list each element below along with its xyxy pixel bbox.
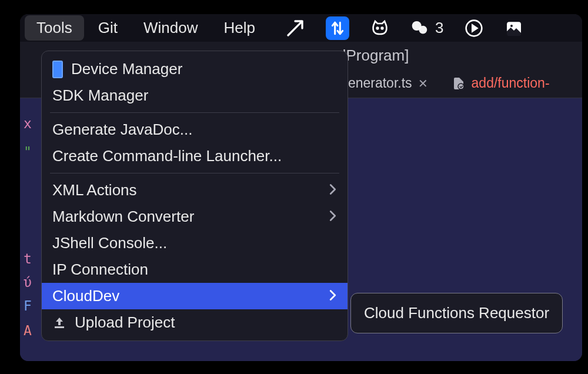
tab-label: Generator.ts	[338, 75, 412, 91]
menu-tools[interactable]: Tools	[25, 15, 84, 41]
svg-point-6	[510, 25, 513, 27]
menu-help[interactable]: Help	[212, 15, 266, 41]
editor-tab[interactable]: add/function-	[452, 75, 550, 91]
chevron-right-icon	[329, 181, 337, 199]
chevron-right-icon	[329, 208, 337, 226]
menu-item-label: Create Command-line Launcher...	[52, 147, 282, 165]
menu-git[interactable]: Git	[86, 15, 129, 41]
menu-jshell-console[interactable]: JShell Console...	[42, 230, 348, 256]
cat-icon[interactable]	[370, 19, 389, 38]
breadcrumb-text: dProgram]	[338, 46, 409, 65]
menu-item-label: JShell Console...	[52, 234, 167, 252]
menu-clouddev[interactable]: CloudDev	[42, 283, 348, 309]
svg-point-3	[419, 25, 427, 34]
menu-xml-actions[interactable]: XML Actions	[42, 177, 348, 203]
menu-generate-javadoc[interactable]: Generate JavaDoc...	[42, 116, 348, 143]
menu-markdown-converter[interactable]: Markdown Converter	[42, 203, 348, 230]
menu-item-label: Markdown Converter	[52, 208, 194, 226]
play-icon[interactable]	[465, 19, 483, 38]
menubar: Tools Git Window Help 3	[20, 14, 582, 42]
menubar-status-icons: 3	[286, 16, 523, 40]
close-icon[interactable]: ✕	[418, 76, 428, 91]
code-char: t	[24, 251, 32, 266]
clouddev-submenu: Cloud Functions Requestor	[350, 293, 563, 333]
menu-item-label: Upload Project	[75, 313, 175, 332]
menu-device-manager[interactable]: Device Manager	[42, 56, 348, 82]
menu-item-label: IP Connection	[52, 261, 148, 279]
code-char: x	[24, 116, 32, 131]
code-char: A	[24, 323, 32, 338]
menu-create-launcher[interactable]: Create Command-line Launcher...	[42, 143, 348, 169]
menu-sdk-manager[interactable]: SDK Manager	[42, 82, 348, 109]
menu-item-label: Device Manager	[71, 60, 182, 78]
svg-point-1	[382, 27, 383, 29]
code-char: ύ	[24, 275, 32, 290]
svg-point-7	[458, 84, 464, 89]
arrow-icon[interactable]	[286, 19, 305, 38]
chevron-right-icon	[329, 287, 337, 305]
status-count: 3	[435, 19, 443, 37]
wechat-status[interactable]: 3	[410, 19, 443, 38]
tab-label: add/function-	[472, 75, 550, 91]
tools-dropdown: Device Manager SDK Manager Generate Java…	[41, 51, 348, 341]
code-char: F	[24, 298, 32, 313]
menu-item-label: CloudDev	[52, 287, 119, 305]
menu-upload-project[interactable]: Upload Project	[42, 309, 348, 336]
file-icon	[452, 76, 466, 91]
svg-point-0	[377, 27, 379, 29]
ide-window: Tools Git Window Help 3	[20, 14, 582, 361]
menu-item-label: SDK Manager	[52, 86, 148, 105]
menu-window[interactable]: Window	[132, 15, 209, 41]
menu-item-label: XML Actions	[52, 181, 137, 199]
editor-tab[interactable]: Generator.ts ✕	[338, 75, 428, 91]
menu-separator	[50, 112, 339, 113]
menu-separator	[50, 173, 339, 173]
upload-icon	[52, 316, 66, 330]
device-icon	[52, 61, 63, 78]
image-icon[interactable]	[505, 19, 523, 38]
code-char: "	[24, 144, 32, 159]
menu-cloud-functions-requestor[interactable]: Cloud Functions Requestor	[351, 298, 562, 328]
menu-ip-connection[interactable]: IP Connection	[42, 256, 348, 283]
submenu-item-label: Cloud Functions Requestor	[364, 304, 549, 322]
sync-icon[interactable]	[326, 16, 349, 40]
menu-item-label: Generate JavaDoc...	[52, 121, 192, 139]
